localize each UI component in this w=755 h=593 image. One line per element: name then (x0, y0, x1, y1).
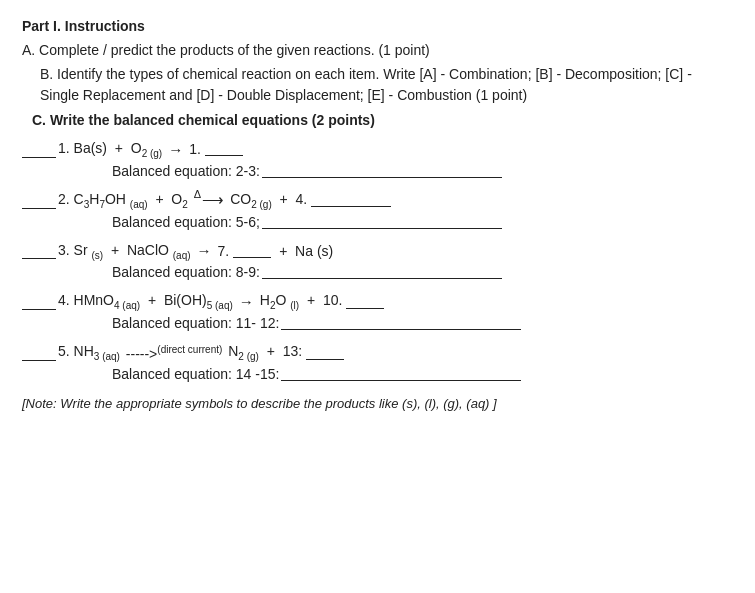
reaction-2: 2. C3H7OH (aq) + O2 Δ⟶ CO2 (g) + 4. Bala… (22, 191, 733, 230)
instruction-b: B. Identify the types of chemical reacti… (40, 64, 733, 106)
reaction-3-arrow: → (197, 242, 212, 259)
reaction-3-balanced-label: Balanced equation: 8-9: (112, 264, 260, 280)
reaction-5-dc-arrow: ----->(direct current) (122, 344, 226, 362)
reaction-5-left: 5. NH3 (aq) (58, 343, 120, 362)
reaction-1-balanced-blank[interactable] (262, 164, 502, 178)
reaction-2-co2: CO2 (g) + 4. (230, 191, 307, 210)
reaction-4-line: 4. HMnO4 (aq) + Bi(OH)5 (aq) → H2O (l) +… (22, 292, 733, 311)
reaction-1-answer-blank[interactable] (205, 142, 243, 156)
reaction-4-right1: H2O (l) + 10. (260, 292, 343, 311)
reaction-4-balanced-blank[interactable] (281, 316, 521, 330)
reaction-5-balanced-label: Balanced equation: 14 -15: (112, 366, 279, 382)
reaction-4-answer-blank[interactable] (346, 295, 384, 309)
reaction-1-blank-label: 1. (189, 141, 201, 157)
page-container: Part I. Instructions A. Complete / predi… (22, 18, 733, 411)
reaction-1-number: 1. Ba(s) + O2 (g) (58, 140, 162, 159)
reaction-1-prefix (22, 141, 56, 158)
reaction-5-answer-blank[interactable] (306, 346, 344, 360)
reaction-4-left: 4. HMnO4 (aq) + Bi(OH)5 (aq) (58, 292, 233, 311)
reaction-3-balanced: Balanced equation: 8-9: (112, 264, 733, 280)
reaction-5-prefix (22, 344, 56, 361)
reaction-3-left: 3. Sr (s) + NaClO (aq) (58, 242, 191, 261)
reaction-2-balanced-blank[interactable] (262, 215, 502, 229)
reaction-2-line: 2. C3H7OH (aq) + O2 Δ⟶ CO2 (g) + 4. (22, 191, 733, 210)
reaction-2-delta-arrow: Δ⟶ (194, 191, 224, 209)
part-title: Part I. Instructions (22, 18, 733, 34)
reaction-2-answer-blank[interactable] (311, 193, 391, 207)
reaction-4: 4. HMnO4 (aq) + Bi(OH)5 (aq) → H2O (l) +… (22, 292, 733, 331)
instruction-c: C. Write the balanced chemical equations… (32, 112, 733, 128)
reaction-3-line: 3. Sr (s) + NaClO (aq) → 7. + Na (s) (22, 242, 733, 261)
reaction-2-left: 2. C3H7OH (aq) + O2 (58, 191, 188, 210)
reaction-3-blank-label: 7. (218, 243, 230, 259)
reaction-5-balanced: Balanced equation: 14 -15: (112, 366, 733, 382)
reaction-2-balanced-label: Balanced equation: 5-6; (112, 214, 260, 230)
reaction-1: 1. Ba(s) + O2 (g) → 1. Balanced equation… (22, 140, 733, 179)
reaction-3-prefix (22, 242, 56, 259)
reaction-3-answer-blank[interactable] (233, 244, 271, 258)
instruction-a: A. Complete / predict the products of th… (22, 42, 733, 58)
reaction-5: 5. NH3 (aq) ----->(direct current) N2 (g… (22, 343, 733, 382)
reaction-3-balanced-blank[interactable] (262, 265, 502, 279)
reaction-5-line: 5. NH3 (aq) ----->(direct current) N2 (g… (22, 343, 733, 362)
reaction-1-arrow: → (168, 141, 183, 158)
delta-symbol: Δ (194, 188, 201, 200)
note: [Note: Write the appropriate symbols to … (22, 396, 733, 411)
reaction-1-balanced: Balanced equation: 2-3: (112, 163, 733, 179)
reaction-5-balanced-blank[interactable] (281, 367, 521, 381)
reaction-1-line: 1. Ba(s) + O2 (g) → 1. (22, 140, 733, 159)
reaction-3: 3. Sr (s) + NaClO (aq) → 7. + Na (s) Bal… (22, 242, 733, 281)
reaction-2-prefix (22, 192, 56, 209)
reaction-3-plus: + Na (s) (275, 243, 333, 259)
reaction-2-balanced: Balanced equation: 5-6; (112, 214, 733, 230)
reaction-4-arrow: → (239, 293, 254, 310)
reaction-4-prefix (22, 293, 56, 310)
reaction-4-balanced-label: Balanced equation: 11- 12: (112, 315, 279, 331)
reaction-5-right1: N2 (g) + 13: (228, 343, 302, 362)
reaction-1-balanced-label: Balanced equation: 2-3: (112, 163, 260, 179)
reaction-4-balanced: Balanced equation: 11- 12: (112, 315, 733, 331)
